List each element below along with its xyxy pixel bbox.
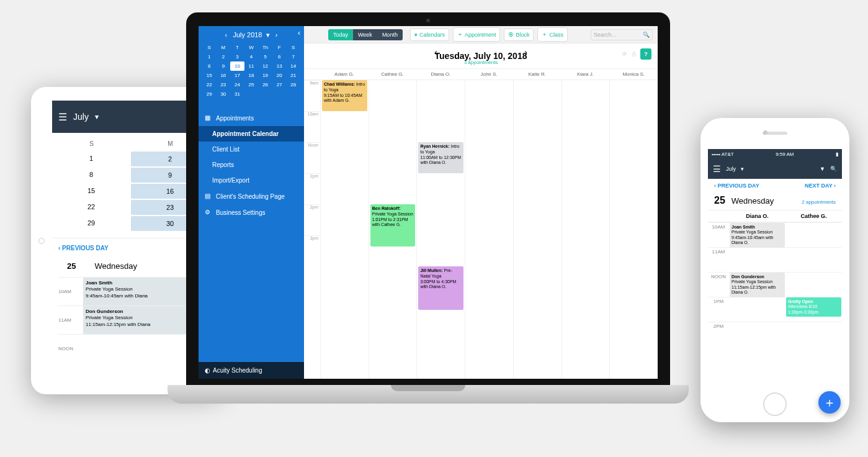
sidebar-month-picker[interactable]: ‹ July 2018 ▾ › (202, 31, 300, 39)
column-header: Cathee G. (369, 69, 417, 79)
calendar-day-cell[interactable]: 9 (217, 61, 231, 71)
calendar-day-cell[interactable]: 24 (230, 80, 244, 89)
laptop-camera (426, 19, 430, 22)
calendar-day-cell[interactable]: 10 (230, 61, 244, 71)
sidebar-item-appointments[interactable]: ▦Appointments (199, 110, 304, 126)
iphone-appointment[interactable]: Gretty OpenAttendees 0/101:30pm-3:30pm (786, 297, 841, 317)
iphone-month-label[interactable]: July (726, 166, 736, 172)
sidebar-item-import-export[interactable]: Import/Export (199, 173, 304, 188)
hamburger-icon[interactable]: ☰ (713, 164, 721, 174)
calendar-day-cell[interactable] (258, 89, 272, 99)
plus-icon: ＋ (457, 30, 463, 38)
calendar-day-cell[interactable]: 13 (272, 61, 287, 71)
iphone-home-button[interactable] (763, 392, 787, 416)
calendar-day-cell[interactable] (244, 89, 259, 99)
calendar-day-cell[interactable]: 2 (217, 52, 231, 61)
calendar-grid[interactable]: 9am10amNoon1pm2pm3pm Chad Williams: Intr… (304, 80, 658, 379)
ipad-month-label[interactable]: July (73, 112, 89, 122)
iphone-date-header: 25 Wednesday 2 appointments (708, 192, 842, 210)
appointments-count: 3 appointments (464, 60, 498, 65)
view-today[interactable]: Today (328, 29, 353, 40)
sidebar-item-reports[interactable]: Reports (199, 157, 304, 173)
iphone-status-bar: ••••• AT&T 9:59 AM ▮ (708, 149, 842, 159)
calendar-day-cell[interactable] (286, 89, 300, 99)
calendar-day-cell[interactable]: 25 (244, 80, 259, 89)
calendar-icon: ▦ (205, 114, 212, 122)
appointment-block[interactable]: Ryan Hernick: Intro to Yoga11:00AM to 12… (418, 142, 463, 173)
view-segment[interactable]: TodayWeekMonth (328, 29, 403, 40)
calendar-day-cell[interactable]: 18 (244, 71, 259, 80)
gear-icon: ⚙ (205, 209, 212, 216)
calendar-day-cell[interactable]: 20 (272, 71, 287, 80)
calendar-day-cell[interactable]: 28 (286, 80, 300, 89)
dropdown-caret-icon[interactable]: ▾ (741, 166, 744, 172)
refresh-icon[interactable]: ⟳ (622, 51, 627, 57)
calendar-day-cell[interactable]: 31 (230, 89, 244, 99)
toolbar: TodayWeekMonth ▾Calendars ＋Appointment ⦿… (304, 26, 658, 43)
calendar-day-cell[interactable]: 15 (202, 71, 217, 80)
calendar-day-cell[interactable]: 5 (258, 52, 272, 61)
calendar-day-cell[interactable]: 26 (258, 80, 272, 89)
appointment-block[interactable]: Jill Mullen: Pre-Natal Yoga3:00PM to 4:3… (418, 266, 463, 310)
search-input[interactable]: Search...🔍 (591, 29, 653, 40)
calendar-day-cell[interactable]: 21 (286, 71, 300, 80)
calendar-day-cell[interactable] (272, 89, 287, 99)
calendar-day-cell[interactable]: 16 (217, 71, 231, 80)
calendar-day-cell[interactable]: 3 (230, 52, 244, 61)
laptop-base (168, 385, 689, 404)
sidebar-item-appointment-calendar[interactable]: Appointment Calendar (199, 126, 304, 142)
iphone-screen: ••••• AT&T 9:59 AM ▮ ☰ July▾ ▼ 🔍 ‹ PREVI… (708, 149, 842, 391)
column-header: Katie R. (513, 69, 562, 79)
sidebar-item-client-list[interactable]: Client List (199, 142, 304, 157)
calendar-day-cell[interactable]: 1 (202, 52, 217, 61)
add-block-button[interactable]: ⦿Block (504, 29, 534, 41)
date-header: ‹ Tuesday, July 10, 2018 › 3 appointment… (304, 43, 658, 68)
calendar-day-cell[interactable]: 11 (244, 61, 259, 71)
iphone-appointment[interactable]: Joan SmithPrivate Yoga Session9:45am-10:… (730, 223, 785, 248)
battery-icon: ▮ (836, 152, 838, 157)
hamburger-icon[interactable]: ☰ (58, 111, 67, 123)
calendar-day-cell[interactable]: 22 (202, 80, 217, 89)
iphone-day-grid[interactable]: 10AMJoan SmithPrivate Yoga Session9:45am… (708, 222, 842, 391)
appointment-block[interactable]: Ben Ratokoff: Private Yoga Session1:01PM… (370, 204, 416, 247)
iphone-next-day-button[interactable]: NEXT DAY › (805, 183, 836, 189)
iphone-day-name: Wednesday (732, 196, 774, 206)
calendar-day-cell[interactable]: 30 (217, 89, 231, 99)
calendar-day-cell[interactable]: 12 (258, 61, 272, 71)
print-icon[interactable]: ⎙ (632, 51, 635, 57)
sidebar-item-client-s-scheduling-page[interactable]: ▤Client's Scheduling Page (199, 188, 304, 204)
column-header: Adam G. (320, 69, 369, 79)
dropdown-caret-icon[interactable]: ▾ (95, 112, 99, 121)
appointment-block[interactable]: Chad Williams: Intro to Yoga9:15AM to 10… (322, 80, 367, 111)
view-month[interactable]: Month (377, 29, 403, 40)
calendar-day-cell[interactable]: 23 (217, 80, 231, 89)
block-icon: ⦿ (508, 32, 514, 38)
calendar-day-cell[interactable]: 17 (230, 71, 244, 80)
calendar-day-cell[interactable]: 6 (272, 52, 287, 61)
iphone-appointment[interactable]: Don GundersonPrivate Yoga Session11:15am… (730, 273, 785, 297)
search-icon[interactable]: 🔍 (830, 166, 837, 172)
search-icon: 🔍 (643, 32, 650, 38)
ipad-home-button[interactable] (38, 238, 45, 244)
iphone-prev-day-button[interactable]: ‹ PREVIOUS DAY (714, 183, 759, 189)
brand-icon: ◐ (205, 367, 210, 374)
calendar-day-cell[interactable]: 19 (258, 71, 272, 80)
iphone-camera (763, 130, 767, 135)
filter-icon[interactable]: ▼ (820, 166, 825, 172)
calendar-day-cell[interactable]: 4 (244, 52, 259, 61)
add-class-button[interactable]: ＋Class (537, 27, 568, 42)
calendar-day-cell[interactable]: 7 (286, 52, 300, 61)
column-header: Kiara J. (562, 69, 610, 79)
calendar-day-cell[interactable]: 27 (272, 80, 287, 89)
prev-day-button[interactable]: ‹ (434, 47, 437, 57)
view-week[interactable]: Week (353, 29, 377, 40)
calendar-day-cell[interactable]: 8 (202, 61, 217, 71)
help-button[interactable]: ? (640, 48, 651, 60)
sidebar-collapse-icon[interactable]: ‹ (298, 29, 300, 37)
sidebar-item-business-settings[interactable]: ⚙Business Settings (199, 204, 304, 220)
add-appointment-button[interactable]: ＋Appointment (453, 27, 501, 42)
next-day-button[interactable]: › (524, 47, 527, 57)
calendar-day-cell[interactable]: 29 (202, 89, 217, 99)
calendar-day-cell[interactable]: 14 (286, 61, 300, 71)
calendars-filter-button[interactable]: ▾Calendars (410, 29, 449, 41)
